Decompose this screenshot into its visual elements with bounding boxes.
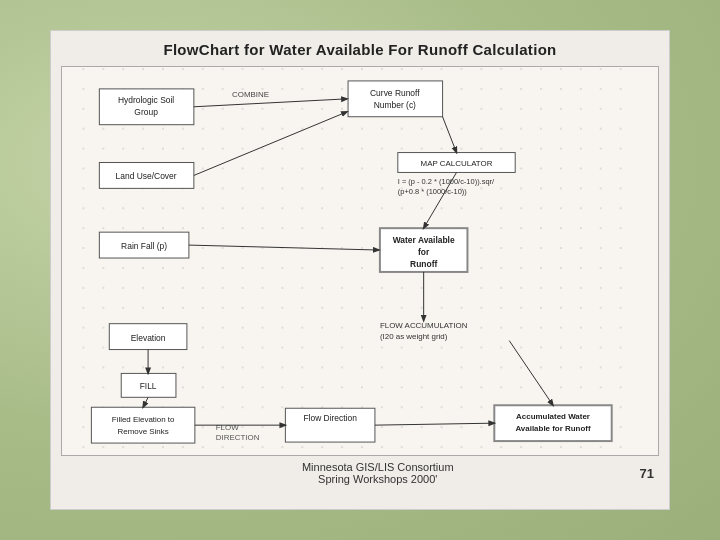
rainfall-label: Rain Fall (p) — [121, 241, 167, 251]
water-avail-label3: Runoff — [410, 259, 437, 269]
slide-container: FlowChart for Water Available For Runoff… — [50, 30, 670, 510]
hydrologic-label: Hydrologic Soil — [118, 95, 174, 105]
accum-water-label1: Accumulated Water — [516, 412, 590, 421]
flow-accum-label2: (I20 as weight grid) — [380, 332, 448, 341]
fill-label: FILL — [140, 381, 157, 391]
combine-label: COMBINE — [232, 90, 269, 99]
filled-elev-box — [91, 407, 194, 443]
footer-text: Minnesota GIS/LIS Consortium Spring Work… — [116, 461, 640, 485]
footer-line1: Minnesota GIS/LIS Consortium — [302, 461, 454, 473]
footer: Minnesota GIS/LIS Consortium Spring Work… — [61, 461, 659, 485]
footer-line2: Spring Workshops 2000' — [318, 473, 437, 485]
water-avail-label1: Water Available — [393, 235, 455, 245]
filled-elev-label2: Remove Sinks — [118, 427, 169, 436]
elevation-label: Elevation — [131, 333, 166, 343]
flow-dir-small-label2: DIRECTION — [216, 433, 260, 442]
slide-title: FlowChart for Water Available For Runoff… — [61, 41, 659, 58]
filled-elev-label1: Filled Elevation to — [112, 415, 175, 424]
map-calc-label: MAP CALCULATOR — [421, 159, 493, 168]
curve-runoff-label: Curve Runoff — [370, 88, 420, 98]
land-use-label: Land Use/Cover — [116, 171, 177, 181]
flow-direction-label1: Flow Direction — [303, 413, 357, 423]
flow-accum-label1: FLOW ACCUMULATION — [380, 321, 468, 330]
diagram-area: Hydrologic Soil Group Curve Runoff Numbe… — [61, 66, 659, 456]
svg-text:Group: Group — [134, 107, 158, 117]
page-number: 71 — [640, 466, 654, 481]
accum-water-label2: Available for Runoff — [515, 424, 590, 433]
svg-text:Number (c): Number (c) — [374, 100, 416, 110]
water-avail-label2: for — [418, 247, 430, 257]
formula-line2: (p+0.8 * (1000/c-10)) — [398, 187, 467, 196]
diagram-svg: Hydrologic Soil Group Curve Runoff Numbe… — [62, 67, 658, 455]
formula-line1: I = (p - 0.2 * (1000/c-10)).sqr/ — [398, 177, 495, 186]
flow-dir-small-label1: FLOW — [216, 423, 239, 432]
